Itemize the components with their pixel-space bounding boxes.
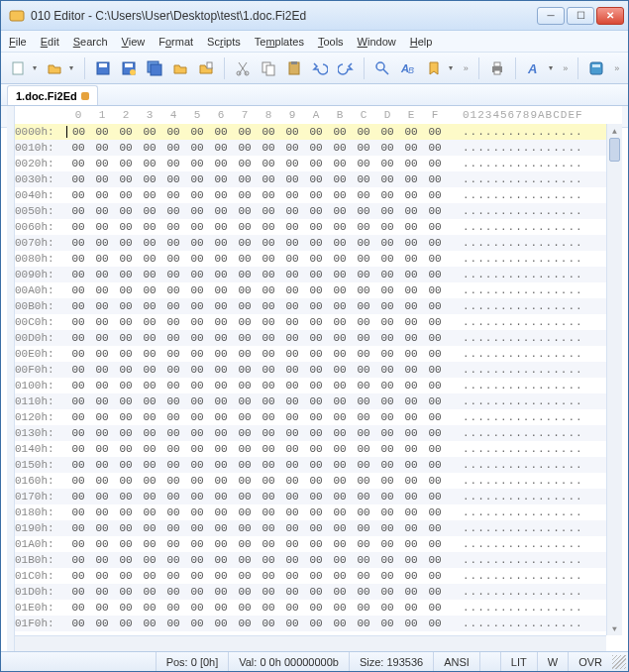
byte[interactable]: 00 [423,570,447,582]
byte[interactable]: 00 [328,237,352,249]
byte[interactable]: 00 [328,126,352,138]
hex-row[interactable]: 0120h:00000000000000000000000000000000..… [15,409,622,425]
byte[interactable]: 00 [66,459,90,471]
byte[interactable]: 00 [304,284,328,296]
byte[interactable]: 00 [233,126,257,138]
byte[interactable]: 00 [185,617,209,629]
byte[interactable]: 00 [280,617,304,629]
byte[interactable]: 00 [233,395,257,407]
byte[interactable]: 00 [257,221,280,233]
ascii[interactable]: ................ [463,554,583,566]
byte[interactable]: 00 [138,475,161,487]
byte[interactable]: 00 [352,300,375,312]
byte[interactable]: 00 [114,395,138,407]
hex-editor[interactable]: 0123456789ABCDEF 0123456789ABCDEF 0000h:… [15,106,622,651]
byte[interactable]: 00 [66,491,90,503]
ascii[interactable]: ................ [463,284,583,296]
byte[interactable]: 00 [209,237,233,249]
byte[interactable]: 00 [328,491,352,503]
status-size[interactable]: Size: 193536 [349,652,433,671]
byte[interactable]: 00 [399,380,423,392]
byte[interactable]: 00 [66,475,90,487]
ascii[interactable]: ................ [463,300,583,312]
ascii[interactable]: ................ [463,475,583,487]
byte[interactable]: 00 [304,126,328,138]
byte[interactable]: 00 [304,443,328,455]
byte[interactable]: 00 [138,364,161,376]
byte[interactable]: 00 [209,348,233,360]
byte[interactable]: 00 [185,237,209,249]
byte[interactable]: 00 [352,158,375,169]
byte[interactable]: 00 [280,459,304,471]
byte[interactable]: 00 [185,189,209,201]
byte[interactable]: 00 [209,300,233,312]
byte[interactable]: 00 [257,284,280,296]
byte[interactable]: 00 [114,189,138,201]
hex-row[interactable]: 01F0h:00000000000000000000000000000000..… [15,616,622,631]
byte[interactable]: 00 [399,506,423,518]
byte[interactable]: 00 [352,205,375,217]
byte[interactable]: 00 [185,395,209,407]
byte[interactable]: 00 [114,205,138,217]
byte[interactable]: 00 [114,586,138,598]
byte[interactable]: 00 [280,538,304,550]
save-all-button[interactable] [144,56,165,80]
byte[interactable]: 00 [90,189,114,201]
byte[interactable]: 00 [233,158,257,169]
byte[interactable]: 00 [423,142,447,154]
byte[interactable]: 00 [375,205,399,217]
byte[interactable]: 00 [66,189,90,201]
byte[interactable]: 00 [233,380,257,392]
status-ansi[interactable]: ANSI [433,652,479,671]
byte[interactable]: 00 [233,189,257,201]
byte[interactable]: 00 [161,126,185,138]
byte[interactable]: 00 [328,189,352,201]
byte[interactable]: 00 [233,617,257,629]
byte[interactable]: 00 [423,411,447,423]
ascii[interactable]: ................ [463,459,583,471]
open-button[interactable] [44,56,65,80]
byte[interactable]: 00 [280,491,304,503]
byte[interactable]: 00 [138,522,161,534]
scroll-down-icon[interactable]: ▼ [607,621,622,635]
byte[interactable]: 00 [90,522,114,534]
byte[interactable]: 00 [185,284,209,296]
ascii[interactable]: ................ [463,570,583,582]
byte[interactable]: 00 [185,269,209,280]
byte[interactable]: 00 [138,602,161,614]
byte[interactable]: 00 [399,411,423,423]
byte[interactable]: 00 [209,506,233,518]
byte[interactable]: 00 [375,617,399,629]
byte[interactable]: 00 [423,348,447,360]
byte[interactable]: 00 [90,348,114,360]
byte[interactable]: 00 [352,554,375,566]
byte[interactable]: 00 [233,205,257,217]
byte[interactable]: 00 [114,538,138,550]
byte[interactable]: 00 [423,237,447,249]
byte[interactable]: 00 [280,348,304,360]
byte[interactable]: 00 [161,173,185,185]
byte[interactable]: 00 [399,142,423,154]
byte[interactable]: 00 [280,602,304,614]
byte[interactable]: 00 [161,491,185,503]
byte[interactable]: 00 [304,269,328,280]
byte[interactable]: 00 [233,538,257,550]
byte[interactable]: 00 [328,522,352,534]
ascii[interactable]: ................ [463,158,583,169]
hex-row[interactable]: 00D0h:00000000000000000000000000000000..… [15,330,622,346]
byte[interactable]: 00 [66,380,90,392]
hex-row[interactable]: 0170h:00000000000000000000000000000000..… [15,489,622,504]
byte[interactable]: 00 [257,158,280,169]
byte[interactable]: 00 [161,253,185,265]
byte[interactable]: 00 [185,173,209,185]
byte[interactable]: 00 [233,221,257,233]
status-lit[interactable]: LIT [500,652,537,671]
byte[interactable]: 00 [90,284,114,296]
byte[interactable]: 00 [280,269,304,280]
ascii[interactable]: ................ [463,253,583,265]
byte[interactable]: 00 [257,205,280,217]
byte[interactable]: 00 [280,411,304,423]
tab-file[interactable]: 1.doc.Fi2Ed [7,85,98,105]
byte[interactable]: 00 [304,586,328,598]
byte[interactable]: 00 [375,348,399,360]
